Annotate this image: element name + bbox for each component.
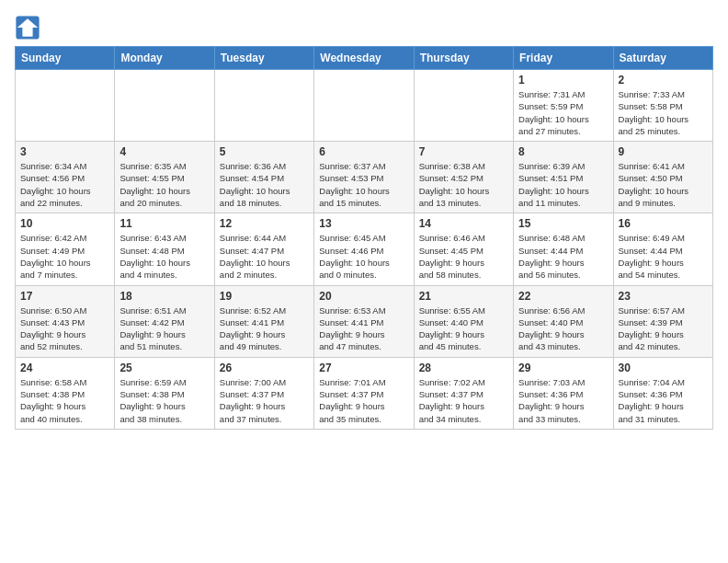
calendar-cell: 15Sunrise: 6:48 AM Sunset: 4:44 PM Dayli… [514, 213, 613, 285]
calendar-cell: 7Sunrise: 6:38 AM Sunset: 4:52 PM Daylig… [414, 142, 513, 213]
calendar-cell: 9Sunrise: 6:41 AM Sunset: 4:50 PM Daylig… [613, 142, 712, 213]
calendar-cell [16, 70, 115, 142]
calendar-cell: 4Sunrise: 6:35 AM Sunset: 4:55 PM Daylig… [115, 142, 214, 213]
day-info: Sunrise: 6:59 AM Sunset: 4:38 PM Dayligh… [119, 376, 209, 425]
day-number: 26 [220, 362, 309, 374]
day-number: 15 [518, 217, 608, 230]
day-number: 7 [419, 145, 508, 158]
calendar-week-4: 17Sunrise: 6:50 AM Sunset: 4:43 PM Dayli… [16, 285, 713, 357]
calendar-cell: 25Sunrise: 6:59 AM Sunset: 4:38 PM Dayli… [115, 357, 214, 429]
day-info: Sunrise: 6:42 AM Sunset: 4:49 PM Dayligh… [20, 232, 109, 281]
day-info: Sunrise: 6:37 AM Sunset: 4:53 PM Dayligh… [319, 160, 408, 209]
calendar-cell: 22Sunrise: 6:56 AM Sunset: 4:40 PM Dayli… [514, 285, 613, 357]
day-info: Sunrise: 6:38 AM Sunset: 4:52 PM Dayligh… [419, 160, 508, 209]
calendar-cell: 26Sunrise: 7:00 AM Sunset: 4:37 PM Dayli… [214, 357, 313, 429]
weekday-header-monday: Monday [115, 47, 214, 70]
day-info: Sunrise: 6:43 AM Sunset: 4:48 PM Dayligh… [119, 232, 209, 281]
calendar-cell: 20Sunrise: 6:53 AM Sunset: 4:41 PM Dayli… [314, 285, 414, 357]
day-info: Sunrise: 6:53 AM Sunset: 4:41 PM Dayligh… [319, 304, 408, 353]
page-header [15, 15, 713, 40]
day-info: Sunrise: 6:46 AM Sunset: 4:45 PM Dayligh… [419, 232, 508, 281]
day-info: Sunrise: 7:31 AM Sunset: 5:59 PM Dayligh… [518, 88, 608, 137]
calendar-cell: 8Sunrise: 6:39 AM Sunset: 4:51 PM Daylig… [514, 142, 613, 213]
day-info: Sunrise: 6:55 AM Sunset: 4:40 PM Dayligh… [419, 304, 508, 353]
day-info: Sunrise: 7:03 AM Sunset: 4:36 PM Dayligh… [518, 376, 608, 425]
day-info: Sunrise: 6:50 AM Sunset: 4:43 PM Dayligh… [20, 304, 109, 353]
day-number: 30 [619, 362, 708, 374]
day-number: 21 [419, 290, 508, 303]
day-number: 17 [20, 290, 109, 303]
day-info: Sunrise: 6:39 AM Sunset: 4:51 PM Dayligh… [518, 160, 608, 209]
day-number: 4 [119, 145, 209, 158]
calendar-cell: 18Sunrise: 6:51 AM Sunset: 4:42 PM Dayli… [115, 285, 214, 357]
day-number: 19 [220, 290, 309, 303]
calendar-week-3: 10Sunrise: 6:42 AM Sunset: 4:49 PM Dayli… [16, 213, 713, 285]
day-info: Sunrise: 7:33 AM Sunset: 5:58 PM Dayligh… [619, 88, 708, 137]
day-info: Sunrise: 7:01 AM Sunset: 4:37 PM Dayligh… [319, 376, 408, 425]
weekday-header-friday: Friday [514, 47, 613, 70]
day-number: 18 [119, 290, 209, 303]
day-number: 14 [419, 217, 508, 230]
day-number: 13 [319, 217, 408, 230]
day-number: 5 [220, 145, 309, 158]
day-number: 25 [119, 362, 209, 374]
weekday-header-sunday: Sunday [16, 47, 115, 70]
calendar-cell: 30Sunrise: 7:04 AM Sunset: 4:36 PM Dayli… [613, 357, 712, 429]
calendar-cell: 27Sunrise: 7:01 AM Sunset: 4:37 PM Dayli… [314, 357, 414, 429]
day-number: 23 [619, 290, 708, 303]
calendar-cell [414, 70, 513, 142]
calendar-cell: 23Sunrise: 6:57 AM Sunset: 4:39 PM Dayli… [613, 285, 712, 357]
day-info: Sunrise: 6:56 AM Sunset: 4:40 PM Dayligh… [518, 304, 608, 353]
calendar-cell: 10Sunrise: 6:42 AM Sunset: 4:49 PM Dayli… [16, 213, 115, 285]
day-info: Sunrise: 6:51 AM Sunset: 4:42 PM Dayligh… [119, 304, 209, 353]
calendar-cell: 6Sunrise: 6:37 AM Sunset: 4:53 PM Daylig… [314, 142, 414, 213]
day-number: 28 [419, 362, 508, 374]
calendar-cell: 17Sunrise: 6:50 AM Sunset: 4:43 PM Dayli… [16, 285, 115, 357]
day-number: 29 [518, 362, 608, 374]
calendar-cell: 12Sunrise: 6:44 AM Sunset: 4:47 PM Dayli… [214, 213, 313, 285]
logo [15, 15, 44, 40]
day-info: Sunrise: 6:48 AM Sunset: 4:44 PM Dayligh… [518, 232, 608, 281]
calendar-cell: 16Sunrise: 6:49 AM Sunset: 4:44 PM Dayli… [613, 213, 712, 285]
calendar-cell: 1Sunrise: 7:31 AM Sunset: 5:59 PM Daylig… [514, 70, 613, 142]
day-number: 8 [518, 145, 608, 158]
day-number: 11 [119, 217, 209, 230]
day-number: 12 [220, 217, 309, 230]
calendar-cell: 28Sunrise: 7:02 AM Sunset: 4:37 PM Dayli… [414, 357, 513, 429]
calendar-cell: 5Sunrise: 6:36 AM Sunset: 4:54 PM Daylig… [214, 142, 313, 213]
weekday-header-thursday: Thursday [414, 47, 513, 70]
day-info: Sunrise: 6:35 AM Sunset: 4:55 PM Dayligh… [119, 160, 209, 209]
day-info: Sunrise: 7:00 AM Sunset: 4:37 PM Dayligh… [220, 376, 309, 425]
day-number: 6 [319, 145, 408, 158]
calendar-cell [115, 70, 214, 142]
weekday-header-saturday: Saturday [613, 47, 712, 70]
weekday-header-tuesday: Tuesday [214, 47, 313, 70]
day-number: 20 [319, 290, 408, 303]
day-info: Sunrise: 6:49 AM Sunset: 4:44 PM Dayligh… [619, 232, 708, 281]
calendar-cell: 2Sunrise: 7:33 AM Sunset: 5:58 PM Daylig… [613, 70, 712, 142]
calendar-cell [214, 70, 313, 142]
day-info: Sunrise: 6:41 AM Sunset: 4:50 PM Dayligh… [619, 160, 708, 209]
weekday-header-wednesday: Wednesday [314, 47, 414, 70]
calendar-cell: 19Sunrise: 6:52 AM Sunset: 4:41 PM Dayli… [214, 285, 313, 357]
day-number: 1 [518, 74, 608, 86]
day-info: Sunrise: 6:36 AM Sunset: 4:54 PM Dayligh… [220, 160, 309, 209]
day-number: 24 [20, 362, 109, 374]
day-number: 27 [319, 362, 408, 374]
calendar-week-5: 24Sunrise: 6:58 AM Sunset: 4:38 PM Dayli… [16, 357, 713, 429]
calendar-cell: 13Sunrise: 6:45 AM Sunset: 4:46 PM Dayli… [314, 213, 414, 285]
calendar-cell: 11Sunrise: 6:43 AM Sunset: 4:48 PM Dayli… [115, 213, 214, 285]
calendar-cell: 29Sunrise: 7:03 AM Sunset: 4:36 PM Dayli… [514, 357, 613, 429]
day-info: Sunrise: 7:02 AM Sunset: 4:37 PM Dayligh… [419, 376, 508, 425]
day-number: 22 [518, 290, 608, 303]
day-number: 10 [20, 217, 109, 230]
calendar-cell [314, 70, 414, 142]
day-number: 2 [619, 74, 708, 86]
day-number: 9 [619, 145, 708, 158]
calendar-cell: 21Sunrise: 6:55 AM Sunset: 4:40 PM Dayli… [414, 285, 513, 357]
day-info: Sunrise: 7:04 AM Sunset: 4:36 PM Dayligh… [619, 376, 708, 425]
calendar-cell: 14Sunrise: 6:46 AM Sunset: 4:45 PM Dayli… [414, 213, 513, 285]
day-info: Sunrise: 6:45 AM Sunset: 4:46 PM Dayligh… [319, 232, 408, 281]
day-info: Sunrise: 6:57 AM Sunset: 4:39 PM Dayligh… [619, 304, 708, 353]
calendar-cell: 24Sunrise: 6:58 AM Sunset: 4:38 PM Dayli… [16, 357, 115, 429]
